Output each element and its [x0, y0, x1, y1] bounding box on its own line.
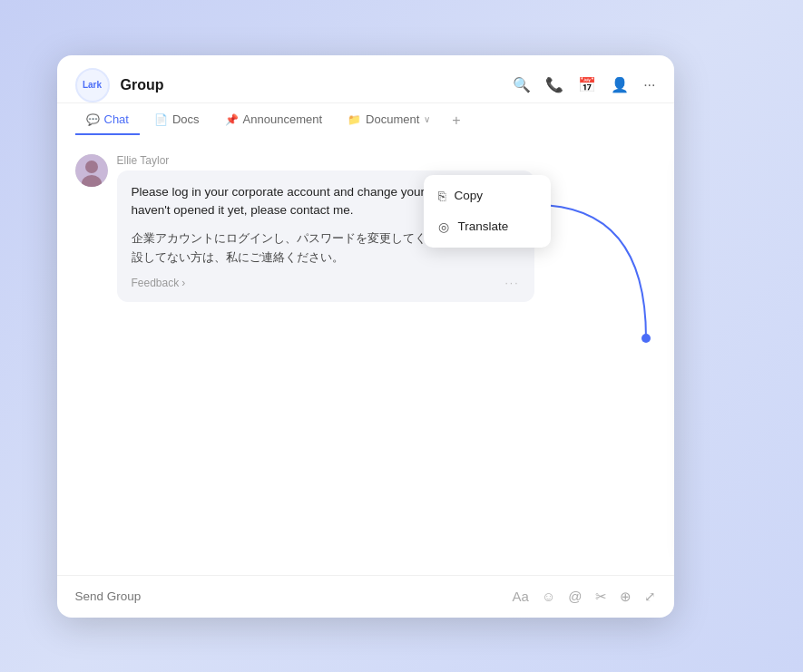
search-icon[interactable]: 🔍	[513, 76, 531, 93]
tab-document[interactable]: 📁 Document ∨	[337, 105, 441, 135]
document-tab-icon: 📁	[348, 113, 361, 126]
more-icon[interactable]: ···	[643, 77, 655, 93]
font-size-icon[interactable]: Aa	[513, 589, 529, 604]
header-icons: 🔍 📞 📅 👤 ···	[513, 76, 655, 93]
tab-chat[interactable]: 💬 Chat	[75, 105, 140, 135]
tab-chat-label: Chat	[104, 112, 129, 126]
copy-icon: ⎘	[438, 189, 446, 203]
more-options-button[interactable]: ···	[504, 277, 519, 289]
mention-icon[interactable]: @	[568, 589, 582, 604]
emoji-icon[interactable]: ☺	[542, 589, 555, 604]
add-icon[interactable]: ⊕	[620, 589, 632, 605]
tab-announcement[interactable]: 📌 Announcement	[214, 105, 333, 135]
message-row: Ellie Taylor Please log in your corporat…	[75, 154, 656, 302]
avatar	[75, 154, 108, 187]
logo-text: Lark	[83, 80, 102, 90]
message-content: Ellie Taylor Please log in your corporat…	[117, 154, 656, 302]
translate-menu-item[interactable]: ◎ Translate	[424, 211, 551, 242]
translate-icon: ◎	[438, 219, 449, 234]
person-add-icon[interactable]: 👤	[611, 76, 629, 93]
scissors-icon[interactable]: ✂	[595, 589, 607, 605]
feedback-link[interactable]: Feedback ›	[132, 277, 186, 289]
input-bar: Aa ☺ @ ✂ ⊕ ⤢	[57, 575, 674, 618]
chat-tab-icon: 💬	[86, 113, 100, 126]
calendar-icon[interactable]: 📅	[578, 76, 596, 93]
context-menu: ⎘ Copy ◎ Translate	[424, 175, 551, 248]
input-icons: Aa ☺ @ ✂ ⊕ ⤢	[513, 589, 656, 605]
tab-document-label: Document	[366, 112, 419, 126]
tab-docs[interactable]: 📄 Docs	[143, 105, 211, 135]
message-bubble: Please log in your corporate account and…	[117, 170, 534, 302]
chat-area: Ellie Taylor Please log in your corporat…	[57, 136, 674, 575]
expand-icon[interactable]: ⤢	[644, 589, 656, 605]
svg-point-4	[641, 334, 651, 343]
add-tab-button[interactable]: +	[445, 105, 467, 136]
lark-logo: Lark	[75, 68, 110, 102]
copy-label: Copy	[455, 189, 484, 202]
header: Lark Group 🔍 📞 📅 👤 ···	[57, 55, 674, 103]
feedback-row: Feedback › ···	[132, 277, 520, 289]
message-input[interactable]	[75, 589, 502, 603]
feedback-label: Feedback	[132, 277, 180, 289]
tab-docs-label: Docs	[172, 112, 200, 126]
tabs-bar: 💬 Chat 📄 Docs 📌 Announcement 📁 Document …	[57, 105, 674, 136]
tab-announcement-label: Announcement	[243, 112, 322, 126]
header-title: Group	[121, 77, 514, 93]
copy-menu-item[interactable]: ⎘ Copy	[424, 180, 551, 211]
phone-icon[interactable]: 📞	[545, 76, 563, 93]
feedback-arrow: ›	[181, 277, 185, 289]
docs-tab-icon: 📄	[154, 113, 168, 126]
translate-label: Translate	[458, 219, 509, 233]
announcement-tab-icon: 📌	[225, 113, 239, 126]
app-window: Lark Group 🔍 📞 📅 👤 ··· 💬 Chat 📄 Docs 📌 A…	[57, 55, 674, 618]
svg-point-1	[85, 161, 98, 173]
sender-name: Ellie Taylor	[117, 154, 656, 167]
document-dropdown-icon: ∨	[424, 114, 430, 124]
